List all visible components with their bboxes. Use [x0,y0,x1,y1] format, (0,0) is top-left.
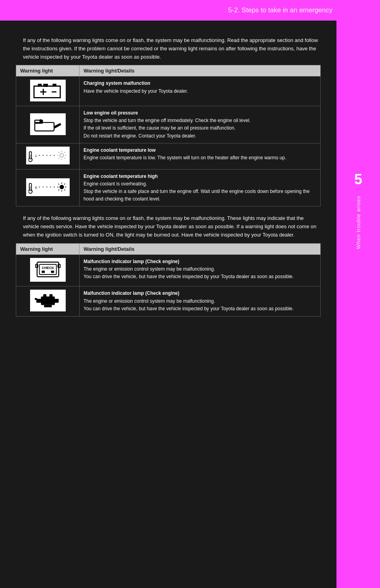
check-engine-icon: CHECK [30,258,66,282]
svg-rect-57 [44,305,52,307]
warning-table-1: Warning light Warning light/Details [16,65,321,206]
chapter-label: When trouble arises [355,196,361,249]
oil-details: Low engine oil pressure Stop the vehicle… [80,106,321,143]
section1-bar [16,36,19,60]
svg-rect-6 [52,84,56,86]
svg-rect-1 [43,84,48,87]
temp-cool-icon: C [26,147,70,164]
table-row: CHECK Malfunction indicator lamp (Check … [16,254,321,286]
svg-line-23 [58,152,59,153]
engine-only-details: Malfunction indicator lamp (Check engine… [80,286,321,317]
table-row: C [16,143,321,169]
table2-header-col2: Warning light/Details [80,243,321,254]
svg-rect-49 [51,271,54,273]
svg-rect-55 [43,294,46,297]
section1-intro: If any of the following warning lights c… [23,36,321,61]
svg-rect-7 [34,122,54,131]
temp-cool-details: Engine coolant temperature low Engine co… [80,143,321,169]
temp-hot-icon: C [26,178,70,196]
table-row: Malfunction indicator lamp (Check engine… [16,286,321,317]
table-row: Low engine oil pressure Stop the vehicle… [16,106,321,143]
svg-line-24 [64,158,65,159]
svg-rect-5 [38,84,42,86]
section2-intro: If any of the following warning lights c… [23,214,321,239]
check-engine-details: Malfunction indicator lamp (Check engine… [80,254,321,286]
svg-rect-53 [36,299,42,303]
temp-hot-details: Engine coolant temperature high Engine c… [80,169,321,206]
table1-header-col2: Warning light/Details [80,65,321,76]
svg-line-26 [58,158,59,159]
engine-icon [30,290,66,311]
svg-line-44 [58,190,59,191]
svg-rect-52 [41,296,55,305]
svg-point-18 [60,154,63,157]
svg-line-43 [64,184,65,185]
svg-rect-58 [34,298,37,300]
section1-header: If any of the following warning lights c… [16,36,321,61]
svg-line-25 [64,152,65,153]
battery-icon [30,80,66,101]
svg-rect-29 [30,186,31,191]
svg-text:CHECK: CHECK [42,266,54,270]
warning-table-2: Warning light Warning light/Details CHE [16,243,321,317]
table1-header-col1: Warning light [16,65,80,76]
svg-rect-48 [42,271,45,273]
svg-text:C: C [35,154,37,158]
right-sidebar: 5 When trouble arises [336,21,380,588]
chapter-number: 5 [354,171,362,188]
header-title: 5-2. Steps to take in an emergency [228,6,332,14]
svg-rect-56 [49,294,52,297]
svg-line-42 [64,190,65,191]
svg-rect-11 [30,155,31,160]
oil-icon [30,113,66,135]
table2-header-col1: Warning light [16,243,80,254]
svg-point-36 [60,185,63,189]
main-content: If any of the following warning lights c… [0,21,336,340]
section2-bar [16,214,19,238]
section2-header: If any of the following warning lights c… [16,214,321,239]
header-bar: 5-2. Steps to take in an emergency [0,0,380,21]
svg-text:C: C [35,186,37,189]
svg-rect-54 [53,299,59,303]
table-row: C [16,169,321,206]
svg-line-41 [58,184,59,185]
battery-details: Charging system malfunction Have the veh… [80,76,321,106]
table-row: Charging system malfunction Have the veh… [16,76,321,106]
